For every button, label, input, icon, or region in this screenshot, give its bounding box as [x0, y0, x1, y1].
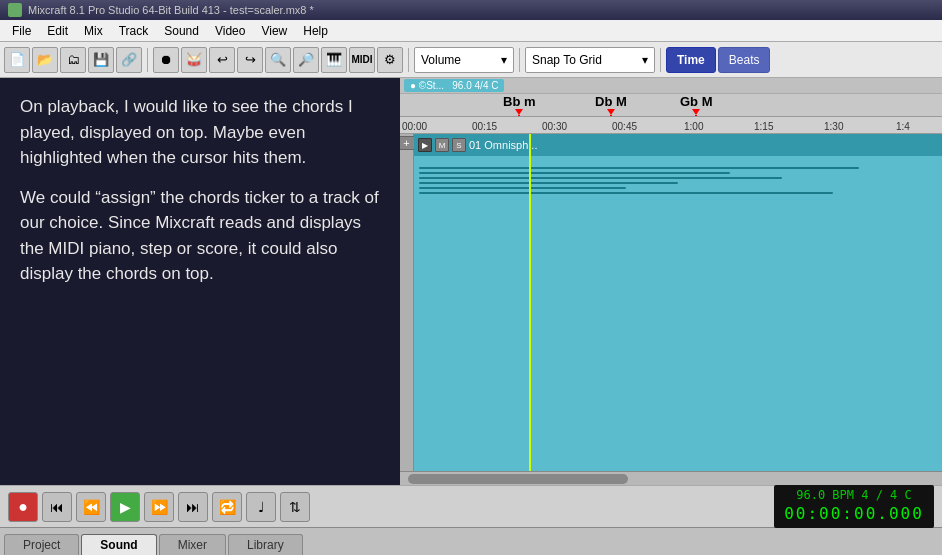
titlebar-text: Mixcraft 8.1 Pro Studio 64-Bit Build 413…	[28, 4, 314, 16]
piano-button[interactable]: 🎹	[321, 47, 347, 73]
sep4	[660, 48, 661, 72]
menu-view[interactable]: View	[253, 22, 295, 40]
menu-track[interactable]: Track	[111, 22, 157, 40]
titlebar: Mixcraft 8.1 Pro Studio 64-Bit Build 413…	[0, 0, 942, 20]
transport-controls: ● ⏮ ⏪ ▶ ⏩ ⏭ 🔁 ♩ ⇅	[8, 492, 310, 522]
sep3	[519, 48, 520, 72]
menu-help[interactable]: Help	[295, 22, 336, 40]
track-lane[interactable]: ▶ M S 01 Omnisph...	[414, 134, 942, 471]
undo-button[interactable]: ↩	[209, 47, 235, 73]
track-solo-button[interactable]: S	[452, 138, 466, 152]
main-area: On playback, I would like to see the cho…	[0, 78, 942, 485]
midi-notes	[419, 164, 937, 197]
new-button[interactable]: 📄	[4, 47, 30, 73]
volume-label: Volume	[421, 53, 461, 67]
toolbar: 📄 📂 🗂 💾 🔗 ⏺ 🥁 ↩ ↪ 🔍 🔎 🎹 MIDI ⚙ Volume ▾ …	[0, 42, 942, 78]
volume-chevron: ▾	[501, 53, 507, 67]
annotation-paragraph2: We could “assign” the chords ticker to a…	[20, 185, 380, 287]
tick-7: 1:4	[896, 121, 910, 132]
transport-bar: ● ⏮ ⏪ ▶ ⏩ ⏭ 🔁 ♩ ⇅ 96.0 BPM 4 / 4 C 00:00…	[0, 485, 942, 527]
record-button[interactable]: ●	[8, 492, 38, 522]
timeline-ruler: 00:00 00:15 00:30 00:45 1:00 1:15 1:30 1…	[400, 116, 942, 134]
tick-6: 1:30	[824, 121, 843, 132]
annotation-panel: On playback, I would like to see the cho…	[0, 78, 400, 485]
tick-1: 00:15	[472, 121, 497, 132]
beats-button[interactable]: Beats	[718, 47, 771, 73]
menu-mix[interactable]: Mix	[76, 22, 111, 40]
punch-button[interactable]: ⇅	[280, 492, 310, 522]
track-info-bar: ▶ M S 01 Omnisph...	[414, 134, 942, 156]
track-bpm-display: ● ©St... 96.0 4/4 C	[404, 79, 504, 92]
rewind-button[interactable]: ⏪	[76, 492, 106, 522]
tick-2: 00:30	[542, 121, 567, 132]
right-area: ● ©St... 96.0 4/4 C Bb m Db M Gb M	[400, 78, 942, 485]
chord-header: ● ©St... 96.0 4/4 C Bb m Db M Gb M	[400, 78, 942, 116]
track-clip[interactable]	[414, 156, 942, 471]
scrollbar-thumb[interactable]	[408, 474, 628, 484]
horizontal-scrollbar[interactable]	[400, 471, 942, 485]
snap-chevron: ▾	[642, 53, 648, 67]
chord-label-bb-m: Bb m	[503, 94, 536, 109]
share-button[interactable]: 🔗	[116, 47, 142, 73]
save-button[interactable]: 💾	[88, 47, 114, 73]
search2-button[interactable]: 🔎	[293, 47, 319, 73]
track-mute-button[interactable]: M	[435, 138, 449, 152]
gear-button[interactable]: ⚙	[377, 47, 403, 73]
add-track-button[interactable]: +	[400, 136, 415, 150]
tick-4: 1:00	[684, 121, 703, 132]
tab-mixer[interactable]: Mixer	[159, 534, 226, 555]
fast-forward-button[interactable]: ⏩	[144, 492, 174, 522]
midi-button[interactable]: MIDI	[349, 47, 375, 73]
menu-file[interactable]: File	[4, 22, 39, 40]
bpm-bottom-label: 00:00:00.000	[784, 504, 924, 525]
menu-video[interactable]: Video	[207, 22, 253, 40]
metronome-trans-button[interactable]: ♩	[246, 492, 276, 522]
playhead	[529, 134, 531, 471]
tick-5: 1:15	[754, 121, 773, 132]
open-button[interactable]: 📂	[32, 47, 58, 73]
volume-dropdown[interactable]: Volume ▾	[414, 47, 514, 73]
record-settings-button[interactable]: ⏺	[153, 47, 179, 73]
tab-project[interactable]: Project	[4, 534, 79, 555]
tab-sound[interactable]: Sound	[81, 534, 156, 555]
track-name: 01 Omnisph...	[469, 139, 938, 151]
bpm-display: 96.0 BPM 4 / 4 C 00:00:00.000	[774, 485, 934, 527]
bottom-tabs: Project Sound Mixer Library	[0, 527, 942, 555]
annotation-paragraph1: On playback, I would like to see the cho…	[20, 94, 380, 171]
redo-button[interactable]: ↪	[237, 47, 263, 73]
app-icon	[8, 3, 22, 17]
tab-library[interactable]: Library	[228, 534, 303, 555]
track-arm-button[interactable]: ▶	[418, 138, 432, 152]
tick-3: 00:45	[612, 121, 637, 132]
time-button[interactable]: Time	[666, 47, 716, 73]
play-button[interactable]: ▶	[110, 492, 140, 522]
snap-dropdown[interactable]: Snap To Grid ▾	[525, 47, 655, 73]
sep2	[408, 48, 409, 72]
loop-button[interactable]: 🔁	[212, 492, 242, 522]
track-controls: +	[400, 134, 414, 471]
search-button[interactable]: 🔍	[265, 47, 291, 73]
open-recent-button[interactable]: 🗂	[60, 47, 86, 73]
menubar: File Edit Mix Track Sound Video View Hel…	[0, 20, 942, 42]
forward-end-button[interactable]: ⏭	[178, 492, 208, 522]
bpm-top-label: 96.0 BPM 4 / 4 C	[796, 488, 912, 504]
tracks-area: + ▶ M S 01 Omnisph...	[400, 134, 942, 471]
snap-label: Snap To Grid	[532, 53, 602, 67]
menu-edit[interactable]: Edit	[39, 22, 76, 40]
chord-label-db-m: Db M	[595, 94, 627, 109]
sep1	[147, 48, 148, 72]
tick-0: 00:00	[402, 121, 427, 132]
metronome-button[interactable]: 🥁	[181, 47, 207, 73]
rewind-start-button[interactable]: ⏮	[42, 492, 72, 522]
menu-sound[interactable]: Sound	[156, 22, 207, 40]
chord-label-gb-m: Gb M	[680, 94, 713, 109]
